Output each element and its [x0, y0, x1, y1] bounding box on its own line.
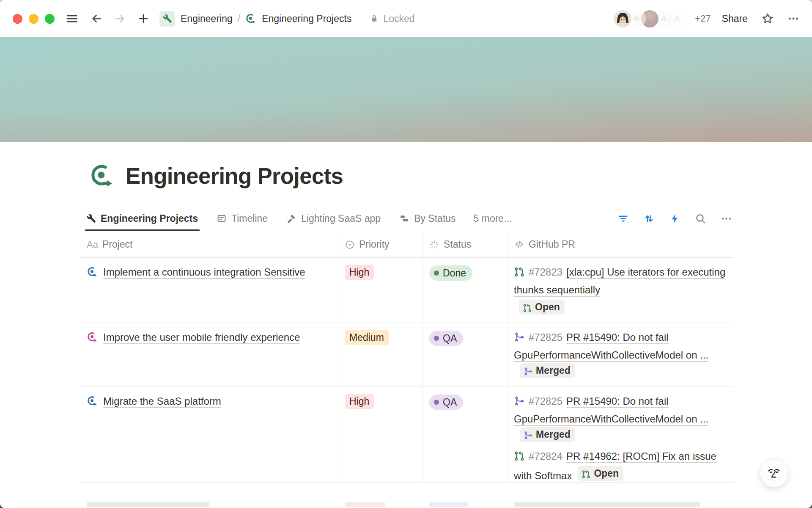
favorite-star-icon[interactable]: [761, 12, 774, 25]
view-options-icon[interactable]: [721, 213, 732, 224]
table-row: Improve the user mobile friendly experie…: [80, 323, 734, 387]
status-label: QA: [443, 332, 457, 345]
tab-timeline[interactable]: Timeline: [217, 206, 268, 231]
breadcrumb-separator: /: [238, 13, 240, 25]
status-dot: [434, 336, 439, 341]
sort-icon[interactable]: [643, 213, 655, 224]
ai-face-icon: [766, 466, 782, 481]
sidebar-toggle-icon[interactable]: [66, 12, 78, 25]
priority-badge: High: [345, 394, 374, 409]
priority-cell[interactable]: High: [338, 387, 423, 483]
close-window-button[interactable]: [13, 14, 22, 24]
collaborator-avatars[interactable]: A A A: [613, 9, 686, 28]
avatar[interactable]: [613, 9, 632, 28]
github-pr-cell[interactable]: #72823[xla:cpu] Use iterators for execut…: [508, 258, 734, 323]
locked-label: Locked: [383, 13, 414, 25]
page-title: Engineering Projects: [126, 162, 343, 190]
new-page-icon[interactable]: [137, 13, 149, 25]
project-sync-icon: [87, 395, 98, 411]
filter-icon[interactable]: [617, 213, 629, 224]
project-link[interactable]: Improve the user mobile friendly experie…: [103, 331, 300, 344]
database-table: Aa Project Priority Status GitHub PR: [80, 231, 734, 483]
pr-number: #72825: [529, 331, 562, 343]
project-cell[interactable]: Improve the user mobile friendly experie…: [80, 323, 338, 387]
more-options-icon[interactable]: [787, 13, 799, 25]
zoom-window-button[interactable]: [45, 14, 55, 24]
status-dot: [434, 271, 439, 276]
column-header-priority[interactable]: Priority: [338, 231, 423, 257]
titlebar-right: A A A +27 Share: [613, 9, 799, 28]
nav-forward-icon[interactable]: [114, 12, 126, 25]
clipped-next-row: [80, 502, 734, 507]
wrench-icon: [87, 214, 96, 223]
status-cell[interactable]: QA: [423, 387, 508, 483]
nav-back-icon[interactable]: [90, 12, 103, 25]
pull-request-open-icon: [582, 469, 590, 478]
code-property-icon: [514, 239, 524, 250]
status-badge: Done: [429, 265, 472, 281]
column-header-project[interactable]: Aa Project: [80, 231, 338, 257]
status-cell[interactable]: Done: [423, 258, 508, 323]
status-label: Done: [443, 267, 466, 279]
breadcrumb-root[interactable]: Engineering: [181, 13, 233, 25]
pr-state-badge: Merged: [520, 427, 575, 442]
status-badge: QA: [429, 331, 463, 346]
pr-number: #72824: [529, 450, 562, 462]
timeline-icon: [217, 213, 227, 224]
more-views-button[interactable]: 5 more...: [474, 213, 512, 224]
collaborator-overflow-count[interactable]: +27: [695, 13, 710, 24]
status-label: QA: [443, 396, 457, 409]
tab-engineering-projects[interactable]: Engineering Projects: [87, 206, 198, 231]
column-header-github-pr[interactable]: GitHub PR: [508, 231, 734, 257]
minimize-window-button[interactable]: [29, 14, 38, 24]
table-row: Implement a continuous integration Sensi…: [80, 258, 734, 323]
breadcrumb-root-icon[interactable]: [159, 11, 175, 27]
priority-badge: High: [345, 265, 374, 280]
search-icon[interactable]: [695, 213, 706, 224]
column-label: Status: [444, 239, 471, 250]
pr-entry: #72825PR #15490: Do not fail GpuPerforma…: [514, 329, 727, 381]
app-window: Engineering / Engineering Projects Locke…: [0, 0, 812, 508]
clipped-project-text: [87, 502, 209, 507]
priority-badge: Medium: [345, 330, 389, 345]
pr-state-badge: Open: [578, 466, 623, 481]
priority-cell[interactable]: High: [338, 258, 423, 323]
page-content: Engineering Projects Engineering Project…: [0, 142, 812, 507]
project-cell[interactable]: Migrate the SaaS platform: [80, 387, 338, 483]
pr-state-label: Open: [535, 301, 560, 314]
priority-cell[interactable]: Medium: [338, 323, 423, 387]
pr-state-label: Open: [594, 467, 619, 480]
pr-state-badge: Merged: [520, 363, 575, 378]
github-pr-cell[interactable]: #72825PR #15490: Do not fail GpuPerforma…: [508, 387, 734, 483]
project-sync-icon: [87, 331, 98, 347]
locked-indicator[interactable]: Locked: [369, 13, 414, 25]
status-dot: [434, 400, 439, 405]
view-tabs-bar: Engineering Projects Timeline Lighting S…: [80, 206, 734, 231]
tab-by-status[interactable]: By Status: [399, 206, 455, 231]
project-sync-icon: [87, 266, 98, 282]
github-pr-cell[interactable]: #72825PR #15490: Do not fail GpuPerforma…: [508, 323, 734, 387]
column-header-status[interactable]: Status: [423, 231, 508, 257]
pr-state-badge: Open: [519, 300, 565, 315]
table-header-row: Aa Project Priority Status GitHub PR: [80, 231, 734, 258]
pull-request-open-icon: [514, 266, 524, 282]
automation-bolt-icon[interactable]: [669, 213, 680, 224]
table-row: Migrate the SaaS platform High QA #72825…: [80, 387, 734, 483]
pr-entry: #72824PR #14962: [ROCm] Fix an issue wit…: [514, 448, 727, 483]
board-icon: [399, 213, 409, 224]
notion-ai-button[interactable]: [760, 459, 788, 488]
pr-state-label: Merged: [536, 364, 571, 377]
pull-request-merged-icon: [514, 331, 524, 347]
share-button[interactable]: Share: [722, 13, 748, 25]
status-property-icon: [429, 240, 439, 250]
hammer-icon: [286, 213, 296, 224]
page-cover-image: [0, 37, 812, 142]
project-link[interactable]: Migrate the SaaS platform: [103, 395, 221, 408]
breadcrumb-current[interactable]: Engineering Projects: [262, 13, 351, 25]
titlebar: Engineering / Engineering Projects Locke…: [0, 0, 812, 37]
project-cell[interactable]: Implement a continuous integration Sensi…: [80, 258, 338, 323]
project-link[interactable]: Implement a continuous integration Sensi…: [103, 266, 305, 279]
tab-lighting-saas-app[interactable]: Lighting SaaS app: [286, 206, 381, 231]
tab-label: Engineering Projects: [101, 213, 198, 224]
status-cell[interactable]: QA: [423, 323, 508, 387]
